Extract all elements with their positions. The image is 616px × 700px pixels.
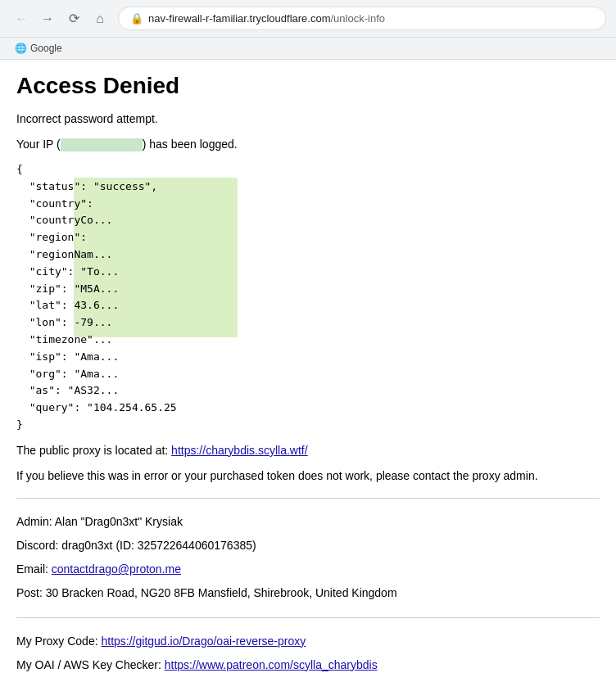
proxy-location-paragraph: The public proxy is located at: https://…	[16, 442, 600, 459]
page-title: Access Denied	[16, 73, 600, 99]
lock-icon: 🔒	[130, 12, 143, 25]
json-line-15: "query": "104.254.65.25	[16, 400, 600, 417]
proxy-text: The public proxy is located at:	[16, 444, 171, 457]
email-paragraph: Email: contactdrago@proton.me	[16, 559, 600, 580]
links-section: My Proxy Code: https://gitgud.io/Drago/o…	[16, 631, 600, 675]
incorrect-password-text: Incorrect password attempt.	[16, 111, 600, 128]
home-button[interactable]: ⌂	[88, 7, 111, 30]
json-line-8: "zip": "M5A...	[16, 281, 600, 298]
reload-button[interactable]: ⟳	[62, 7, 85, 30]
proxy-url-link[interactable]: https://charybdis.scylla.wtf/	[171, 444, 308, 457]
json-line-14: "as": "AS32...	[16, 382, 600, 400]
json-line-3: "country":	[16, 196, 600, 213]
aws-checker-paragraph: My OAI / AWS Key Checker: https://www.pa…	[16, 655, 600, 675]
json-text: { "status": "success", "country": "count…	[16, 161, 600, 434]
ip-logged-pre: Your IP (	[16, 138, 61, 151]
browser-toolbar: ← → ⟳ ⌂ 🔒 nav-firewall-r-familiar.tryclo…	[0, 0, 616, 38]
page-content: Access Denied Incorrect password attempt…	[0, 60, 616, 695]
divider-1	[16, 498, 600, 499]
back-button[interactable]: ←	[10, 7, 33, 30]
json-block: { "status": "success", "country": "count…	[16, 161, 600, 434]
json-line-2: "status": "success",	[16, 178, 600, 196]
json-line-10: "lon": -79...	[16, 314, 600, 332]
json-line-7: "city": "To...	[16, 264, 600, 281]
nav-buttons: ← → ⟳ ⌂	[10, 7, 111, 30]
aws-checker-link[interactable]: https://www.patreon.com/scylla_charybdis	[165, 658, 378, 671]
discord-label: Discord: drag0n3xt (ID: 3257226440601763…	[16, 535, 600, 556]
json-line-13: "org": "Ama...	[16, 366, 600, 383]
json-line-4: "countryCo...	[16, 212, 600, 229]
bookmarks-bar: 🌐 Google	[0, 38, 616, 60]
proxy-code-paragraph: My Proxy Code: https://gitgud.io/Drago/o…	[16, 631, 600, 652]
json-line-6: "regionNam...	[16, 246, 600, 264]
globe-icon: 🌐	[15, 43, 27, 54]
json-line-9: "lat": 43.6...	[16, 297, 600, 314]
ip-logged-post: ) has been logged.	[143, 138, 238, 151]
json-line-1: {	[16, 161, 600, 178]
email-pre: Email:	[16, 562, 52, 576]
url-path: /unlock-info	[331, 12, 385, 25]
error-paragraph: If you believe this was in error or your…	[16, 467, 600, 485]
json-line-12: "isp": "Ama...	[16, 349, 600, 366]
ip-logged-paragraph: Your IP () has been logged.	[16, 136, 600, 153]
json-line-16: }	[16, 417, 600, 434]
forward-button[interactable]: →	[36, 7, 59, 30]
divider-2	[16, 617, 600, 618]
email-link[interactable]: contactdrago@proton.me	[52, 562, 181, 576]
json-line-5: "region":	[16, 229, 600, 246]
proxy-code-pre: My Proxy Code:	[16, 635, 101, 648]
google-bookmark-label: Google	[30, 43, 62, 54]
ip-redacted-block	[61, 138, 143, 151]
address-bar[interactable]: 🔒 nav-firewall-r-familiar.trycloudflare.…	[118, 7, 606, 30]
google-bookmark[interactable]: 🌐 Google	[10, 41, 67, 56]
proxy-code-link[interactable]: https://gitgud.io/Drago/oai-reverse-prox…	[101, 635, 306, 648]
admin-label: Admin: Alan "Drag0n3xt" Krysiak	[16, 512, 600, 532]
aws-checker-pre: My OAI / AWS Key Checker:	[16, 658, 165, 671]
contact-section: Admin: Alan "Drag0n3xt" Krysiak Discord:…	[16, 512, 600, 604]
url-text: nav-firewall-r-familiar.trycloudflare.co…	[148, 12, 385, 25]
post-label: Post: 30 Bracken Road, NG20 8FB Mansfiel…	[16, 583, 600, 603]
url-domain: nav-firewall-r-familiar.trycloudflare.co…	[148, 12, 331, 25]
json-line-11: "timezone"...	[16, 332, 600, 349]
